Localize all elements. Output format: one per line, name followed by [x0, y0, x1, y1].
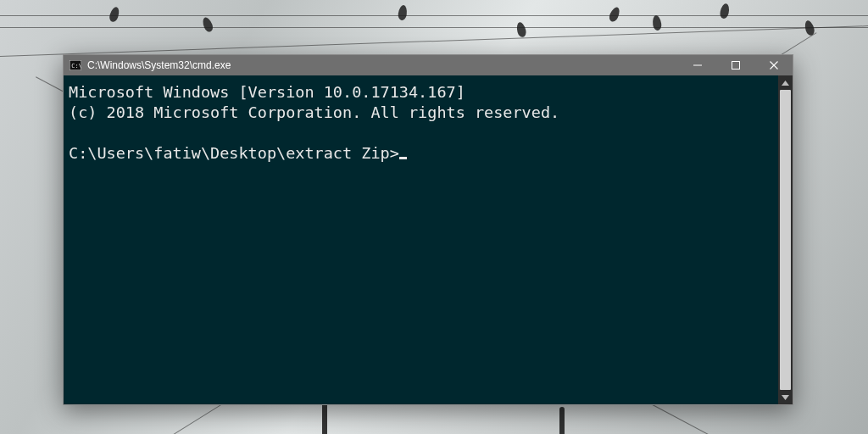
desktop-wallpaper: C:\ C:\Windows\System32\cmd.exe Microsof…	[0, 0, 868, 434]
scrollbar-thumb[interactable]	[780, 90, 791, 390]
vertical-scrollbar[interactable]	[778, 75, 793, 404]
terminal-line: Microsoft Windows [Version 10.0.17134.16…	[69, 83, 465, 101]
scrollbar-down-arrow-icon[interactable]	[778, 390, 793, 404]
window-client-area: Microsoft Windows [Version 10.0.17134.16…	[64, 75, 793, 404]
cmd-icon: C:\	[69, 58, 82, 72]
window-title: C:\Windows\System32\cmd.exe	[87, 59, 231, 71]
svg-rect-2	[693, 65, 702, 66]
minimize-icon	[693, 61, 702, 70]
terminal-prompt: C:\Users\fatiw\Desktop\extract Zip>	[69, 144, 399, 162]
svg-text:C:\: C:\	[71, 63, 81, 70]
svg-rect-3	[732, 62, 739, 70]
terminal-output[interactable]: Microsoft Windows [Version 10.0.17134.16…	[64, 75, 778, 404]
cmd-window: C:\ C:\Windows\System32\cmd.exe Microsof…	[63, 54, 793, 405]
terminal-line: (c) 2018 Microsoft Corporation. All righ…	[69, 103, 559, 121]
terminal-cursor	[399, 157, 407, 159]
minimize-button[interactable]	[678, 55, 716, 75]
close-button[interactable]	[754, 55, 793, 75]
maximize-button[interactable]	[716, 55, 754, 75]
window-titlebar[interactable]: C:\ C:\Windows\System32\cmd.exe	[64, 55, 793, 75]
close-icon	[770, 61, 778, 70]
scrollbar-up-arrow-icon[interactable]	[778, 75, 793, 90]
maximize-icon	[732, 61, 740, 70]
